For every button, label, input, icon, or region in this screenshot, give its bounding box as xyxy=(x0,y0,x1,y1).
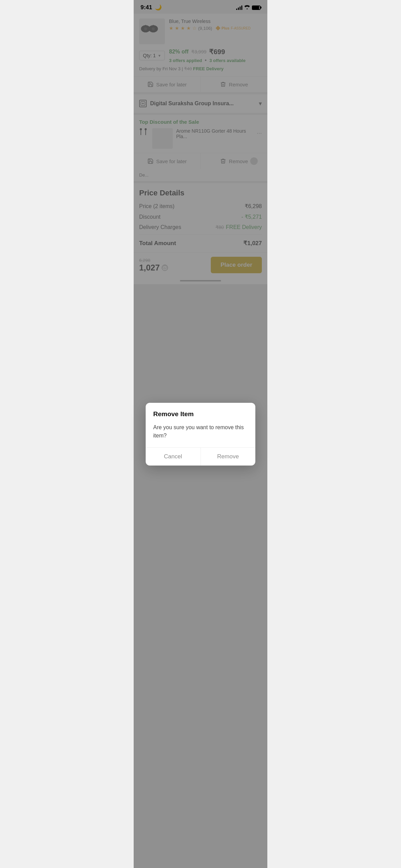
modal-overlay[interactable]: Remove Item Are you sure you want to rem… xyxy=(134,0,267,289)
